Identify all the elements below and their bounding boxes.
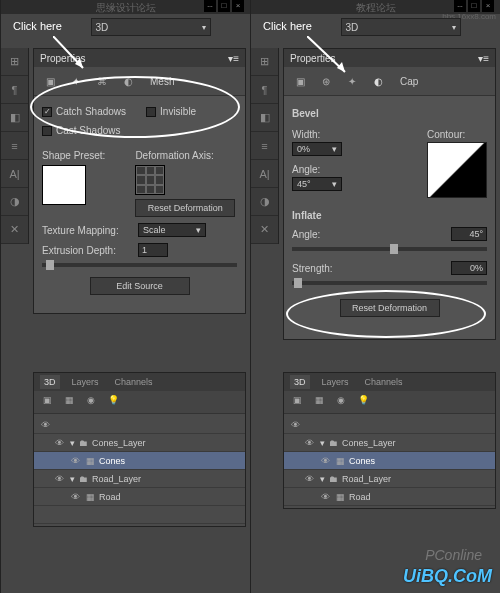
click-here-label: Click here [263, 20, 312, 32]
visibility-icon[interactable]: 👁 [318, 492, 332, 502]
tab-layers[interactable]: Layers [68, 375, 103, 389]
tool-icon[interactable]: ✕ [251, 216, 278, 244]
tool-icon[interactable]: ≡ [1, 132, 28, 160]
shape-preset-swatch[interactable] [42, 165, 86, 205]
tab-3d[interactable]: 3D [290, 375, 310, 389]
visibility-icon[interactable]: 👁 [68, 492, 82, 502]
visibility-icon[interactable]: 👁 [68, 456, 82, 466]
layer-row[interactable]: 👁 [284, 416, 495, 434]
minimize-icon[interactable]: -- [454, 0, 466, 12]
catch-shadows-checkbox[interactable]: ✓ [42, 107, 52, 117]
visibility-icon[interactable]: 👁 [38, 420, 52, 430]
texture-mapping-dropdown[interactable]: Scale ▾ [138, 223, 206, 237]
tool-icon[interactable]: ⊞ [1, 48, 28, 76]
panel-title: Properties [40, 53, 86, 64]
layer-name: Cones_Layer [342, 438, 396, 448]
mesh-icon: ▦ [336, 456, 345, 466]
panel-title: Properties [290, 53, 336, 64]
material-icon[interactable]: ◉ [334, 395, 348, 409]
visibility-icon[interactable]: 👁 [52, 438, 66, 448]
layer-row[interactable]: 👁 [34, 416, 245, 434]
reset-deformation-button[interactable]: Reset Deformation [340, 299, 440, 317]
contour-label: Contour: [427, 129, 487, 140]
properties-tab-icon[interactable]: ▣ [292, 73, 308, 89]
layer-folder[interactable]: 👁▾🖿Cones_Layer [34, 434, 245, 452]
invisible-checkbox[interactable] [146, 107, 156, 117]
strength-value[interactable]: 0% [451, 261, 487, 275]
tool-icon[interactable]: A| [251, 160, 278, 188]
layer-item[interactable]: 👁▦Cones [284, 452, 495, 470]
workspace-dropdown[interactable]: 3D ▾ [91, 18, 211, 36]
reset-deformation-button[interactable]: Reset Deformation [135, 199, 235, 217]
tab-layers[interactable]: Layers [318, 375, 353, 389]
extrusion-slider[interactable] [42, 263, 237, 267]
tool-icon[interactable]: ◑ [251, 188, 278, 216]
cap-tab-icon[interactable]: ◐ [120, 73, 136, 89]
extrusion-depth-input[interactable]: 1 [138, 243, 168, 257]
filter-icon[interactable]: ▣ [40, 395, 54, 409]
properties-tab-icon[interactable]: ▣ [42, 73, 58, 89]
layer-name: Road_Layer [92, 474, 141, 484]
mesh-tab-icon[interactable]: ⊛ [318, 73, 334, 89]
strength-label: Strength: [292, 263, 333, 274]
visibility-icon[interactable]: 👁 [52, 474, 66, 484]
mesh-icon[interactable]: ▦ [312, 395, 326, 409]
panel-menu-icon[interactable]: ▾≡ [228, 53, 239, 64]
tool-icon[interactable]: ◧ [1, 104, 28, 132]
angle-dropdown[interactable]: 45°▾ [292, 177, 342, 191]
visibility-icon[interactable]: 👁 [288, 420, 302, 430]
edit-source-button[interactable]: Edit Source [90, 277, 190, 295]
visibility-icon[interactable]: 👁 [302, 474, 316, 484]
watermark: PConline [425, 547, 482, 563]
mesh-tab-icon[interactable]: ✦ [68, 73, 84, 89]
folder-icon: 🖿 [79, 474, 88, 484]
inflate-angle-value[interactable]: 45° [451, 227, 487, 241]
tab-channels[interactable]: Channels [111, 375, 157, 389]
close-icon[interactable]: × [482, 0, 494, 12]
filter-icon[interactable]: ▣ [290, 395, 304, 409]
light-icon[interactable]: 💡 [106, 395, 120, 409]
light-icon[interactable]: 💡 [356, 395, 370, 409]
inflate-angle-slider[interactable] [292, 247, 487, 251]
strength-slider[interactable] [292, 281, 487, 285]
tab-3d[interactable]: 3D [40, 375, 60, 389]
layer-item[interactable]: 👁▦Road [34, 488, 245, 506]
contour-swatch[interactable] [427, 142, 487, 198]
tool-icon[interactable]: ✕ [1, 216, 28, 244]
layer-item[interactable]: 👁▦Road [284, 488, 495, 506]
layer-folder[interactable]: 👁▾🖿Road_Layer [284, 470, 495, 488]
minimize-icon[interactable]: -- [204, 0, 216, 12]
width-dropdown[interactable]: 0%▾ [292, 142, 342, 156]
panel-menu-icon[interactable]: ▾≡ [478, 53, 489, 64]
chevron-down-icon: ▾ [70, 438, 75, 448]
maximize-icon[interactable]: □ [218, 0, 230, 12]
material-icon[interactable]: ◉ [84, 395, 98, 409]
deform-axis-grid[interactable] [135, 165, 165, 195]
layer-folder[interactable]: 👁▾🖿Road_Layer [34, 470, 245, 488]
cast-shadows-checkbox[interactable] [42, 126, 52, 136]
tool-icon[interactable]: ◧ [251, 104, 278, 132]
chevron-down-icon: ▾ [196, 225, 201, 235]
maximize-icon[interactable]: □ [468, 0, 480, 12]
mesh-icon[interactable]: ▦ [62, 395, 76, 409]
tab-channels[interactable]: Channels [361, 375, 407, 389]
visibility-icon[interactable]: 👁 [302, 438, 316, 448]
tool-icon[interactable]: ⊞ [251, 48, 278, 76]
folder-icon: 🖿 [329, 438, 338, 448]
layer-item[interactable]: 👁▦Cones [34, 452, 245, 470]
workspace-dropdown[interactable]: 3D ▾ [341, 18, 461, 36]
tool-icon[interactable]: ¶ [1, 76, 28, 104]
texture-mapping-label: Texture Mapping: [42, 225, 132, 236]
cap-tab-icon[interactable]: ◐ [370, 73, 386, 89]
tool-icon[interactable]: A| [1, 160, 28, 188]
tool-icon[interactable]: ◑ [1, 188, 28, 216]
deform-tab-icon[interactable]: ✦ [344, 73, 360, 89]
layer-folder[interactable]: 👁▾🖿Cones_Layer [284, 434, 495, 452]
visibility-icon[interactable]: 👁 [318, 456, 332, 466]
tool-icon[interactable]: ¶ [251, 76, 278, 104]
click-here-label: Click here [13, 20, 62, 32]
layer-name: Cones_Layer [92, 438, 146, 448]
deform-tab-icon[interactable]: ⌘ [94, 73, 110, 89]
tool-icon[interactable]: ≡ [251, 132, 278, 160]
close-icon[interactable]: × [232, 0, 244, 12]
